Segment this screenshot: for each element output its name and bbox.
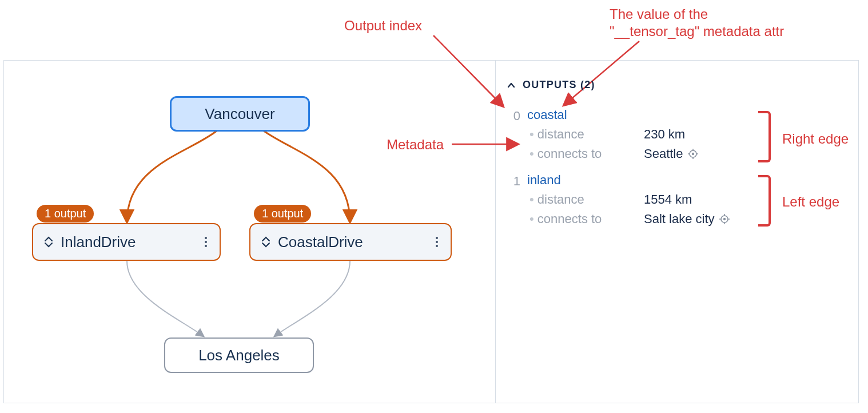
expand-collapse-icon[interactable] — [260, 233, 272, 251]
target-icon — [688, 149, 698, 159]
bracket-left-edge — [758, 175, 771, 227]
chevron-up-icon — [507, 81, 516, 90]
badge-coastal-output: 1 output — [254, 205, 311, 223]
node-coastaldrive-label: CoastalDrive — [278, 233, 431, 251]
bracket-right-edge — [758, 111, 771, 162]
meta-val-connects[interactable]: Salt lake city — [644, 212, 770, 227]
annotation-output-index: Output index — [344, 17, 422, 34]
kebab-icon[interactable] — [200, 234, 212, 250]
outputs-section-header[interactable]: OUTPUTS (2) — [507, 79, 595, 91]
output-index: 0 — [505, 108, 520, 124]
expand-collapse-icon[interactable] — [42, 233, 55, 251]
annotation-metadata: Metadata — [387, 136, 444, 153]
node-losangeles[interactable]: Los Angeles — [164, 337, 314, 373]
svg-point-1 — [691, 153, 694, 155]
meta-key-distance: distance — [529, 127, 644, 142]
node-vancouver[interactable]: Vancouver — [170, 96, 310, 132]
annotation-tensor-tag: The value of the "__tensor_tag" metadata… — [610, 6, 784, 40]
badge-inland-output: 1 output — [37, 205, 94, 223]
svg-point-3 — [723, 218, 725, 220]
meta-val-distance: 1554 km — [644, 192, 770, 207]
kebab-icon[interactable] — [431, 234, 443, 250]
node-inlanddrive[interactable]: InlandDrive — [32, 223, 221, 261]
annotation-right-edge: Right edge — [782, 130, 849, 148]
output-row-1: 1 inland — [505, 173, 746, 189]
annotation-left-edge: Left edge — [782, 193, 839, 211]
meta-key-connects: connects to — [529, 212, 644, 227]
node-vancouver-label: Vancouver — [205, 105, 274, 123]
output-tensor-tag[interactable]: inland — [527, 173, 746, 189]
node-losangeles-label: Los Angeles — [198, 347, 280, 364]
output-row-0: 0 coastal — [505, 108, 746, 124]
output-tensor-tag[interactable]: coastal — [527, 108, 746, 124]
meta-val-distance: 230 km — [644, 127, 770, 142]
target-icon — [719, 214, 730, 224]
outputs-header-label: OUTPUTS (2) — [523, 79, 595, 91]
meta-val-connects[interactable]: Seattle — [644, 146, 770, 161]
diagram-stage: Output index The value of the "__tensor_… — [0, 0, 868, 413]
meta-key-connects: connects to — [529, 146, 644, 161]
meta-key-distance: distance — [529, 192, 644, 207]
node-inlanddrive-label: InlandDrive — [61, 233, 200, 251]
output-0-metadata: distance 230 km connects to Seattle — [529, 127, 770, 161]
node-coastaldrive[interactable]: CoastalDrive — [249, 223, 452, 261]
output-1-metadata: distance 1554 km connects to Salt lake c… — [529, 192, 770, 227]
output-index: 1 — [505, 173, 520, 189]
